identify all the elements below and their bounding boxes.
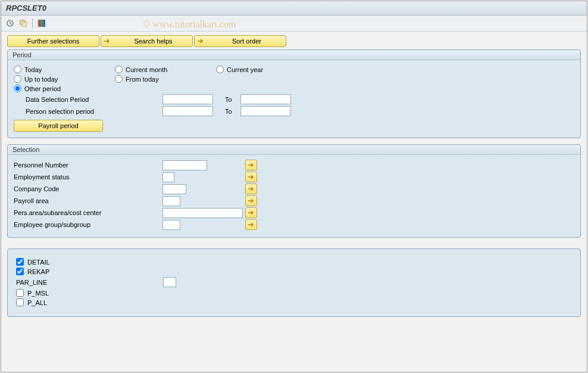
period-panel-title: Period bbox=[8, 50, 580, 60]
payroll-area-label: Payroll area bbox=[14, 197, 162, 204]
svg-rect-3 bbox=[38, 20, 40, 27]
par-line-label: PAR_LINE bbox=[16, 279, 163, 286]
sort-order-button[interactable]: Sort order bbox=[194, 35, 286, 47]
arrow-right-icon bbox=[104, 38, 111, 44]
radio-today-label: Today bbox=[24, 66, 42, 73]
radio-current-month[interactable]: Current month bbox=[115, 66, 216, 73]
svg-rect-5 bbox=[43, 20, 45, 27]
pers-area-input[interactable] bbox=[162, 208, 243, 218]
radio-today[interactable]: Today bbox=[14, 66, 115, 73]
radio-current-year-input[interactable] bbox=[216, 66, 224, 73]
radio-today-input[interactable] bbox=[14, 66, 21, 73]
options-panel-body: DETAIL REKAP PAR_LINE P_MSL P_ALL bbox=[8, 249, 580, 316]
radio-current-month-label: Current month bbox=[126, 66, 167, 73]
radio-from-today-label: From today bbox=[126, 76, 159, 83]
further-selections-button[interactable]: Further selections bbox=[7, 35, 99, 47]
employment-status-input[interactable] bbox=[162, 172, 174, 182]
further-selections-label: Further selections bbox=[8, 38, 99, 45]
selection-panel-body: Personnel Number Employment status Compa… bbox=[8, 155, 580, 237]
pers-area-label: Pers.area/subarea/cost center bbox=[14, 209, 162, 216]
p-all-checkbox-row[interactable]: P_ALL bbox=[16, 299, 574, 306]
radio-current-year-label: Current year bbox=[227, 66, 263, 73]
search-helps-label: Search helps bbox=[114, 38, 192, 45]
personnel-number-label: Personnel Number bbox=[14, 161, 162, 169]
app-toolbar bbox=[1, 15, 587, 32]
payroll-area-multi-button[interactable] bbox=[245, 195, 257, 206]
period-panel-body: Today Current month Current year Up to t… bbox=[8, 60, 580, 138]
content-area: Further selections Search helps Sort ord… bbox=[1, 32, 587, 327]
execute-icon[interactable] bbox=[5, 18, 15, 29]
radio-up-to-today-input[interactable] bbox=[14, 75, 21, 83]
personnel-number-multi-button[interactable] bbox=[245, 160, 257, 170]
selection-panel-title: Selection bbox=[8, 145, 580, 155]
radio-current-year[interactable]: Current year bbox=[216, 66, 317, 73]
p-all-label: P_ALL bbox=[27, 299, 47, 306]
employment-status-label: Employment status bbox=[14, 173, 162, 181]
selection-button-row: Further selections Search helps Sort ord… bbox=[7, 35, 581, 47]
period-panel: Period Today Current month Current year … bbox=[7, 49, 581, 138]
p-msl-checkbox-row[interactable]: P_MSL bbox=[16, 289, 574, 297]
employee-group-label: Employee group/subgroup bbox=[14, 221, 162, 228]
company-code-label: Company Code bbox=[14, 185, 162, 192]
person-selection-from-input[interactable] bbox=[162, 106, 213, 116]
radio-from-today-input[interactable] bbox=[115, 75, 123, 83]
rekap-label: REKAP bbox=[27, 268, 49, 275]
rekap-checkbox-row[interactable]: REKAP bbox=[16, 268, 574, 275]
svg-rect-2 bbox=[22, 22, 26, 26]
selection-panel: Selection Personnel Number Employment st… bbox=[7, 144, 581, 238]
employment-status-multi-button[interactable] bbox=[245, 172, 257, 182]
employee-group-multi-button[interactable] bbox=[245, 219, 257, 230]
rekap-checkbox[interactable] bbox=[16, 268, 24, 275]
company-code-multi-button[interactable] bbox=[245, 184, 257, 194]
radio-current-month-input[interactable] bbox=[115, 66, 123, 73]
color-legend-icon[interactable] bbox=[36, 18, 47, 29]
company-code-input[interactable] bbox=[162, 184, 186, 194]
to-label: To bbox=[225, 96, 232, 103]
app-window: RPCSLET0 Further selections Search helps bbox=[1, 1, 587, 372]
pers-area-multi-button[interactable] bbox=[245, 207, 257, 218]
to-label: To bbox=[225, 108, 232, 115]
person-selection-to-input[interactable] bbox=[240, 106, 291, 116]
data-selection-to-input[interactable] bbox=[240, 94, 291, 104]
person-selection-period-label: Person selection period bbox=[26, 108, 162, 115]
toolbar-separator bbox=[32, 18, 33, 28]
window-title: RPCSLET0 bbox=[6, 4, 46, 13]
par-line-input[interactable] bbox=[163, 277, 176, 287]
sort-order-label: Sort order bbox=[208, 38, 286, 45]
employee-group-input[interactable] bbox=[162, 220, 180, 230]
svg-rect-4 bbox=[40, 20, 43, 27]
personnel-number-input[interactable] bbox=[162, 160, 207, 170]
data-selection-from-input[interactable] bbox=[162, 94, 213, 104]
radio-up-to-today-label: Up to today bbox=[24, 76, 58, 83]
radio-other-period-input[interactable] bbox=[14, 85, 21, 92]
data-selection-period-label: Data Selection Period bbox=[26, 96, 162, 103]
radio-up-to-today[interactable]: Up to today bbox=[14, 75, 115, 83]
detail-checkbox-row[interactable]: DETAIL bbox=[16, 258, 574, 266]
search-helps-button[interactable]: Search helps bbox=[101, 35, 193, 47]
par-line-row: PAR_LINE bbox=[16, 277, 574, 287]
variants-icon[interactable] bbox=[18, 18, 29, 29]
payroll-period-button[interactable]: Payroll period bbox=[14, 120, 103, 132]
p-msl-checkbox[interactable] bbox=[16, 289, 24, 297]
radio-other-period-label: Other period bbox=[24, 85, 61, 92]
options-panel: DETAIL REKAP PAR_LINE P_MSL P_ALL bbox=[7, 248, 581, 317]
detail-label: DETAIL bbox=[27, 259, 50, 266]
p-all-checkbox[interactable] bbox=[16, 299, 24, 306]
payroll-area-input[interactable] bbox=[162, 196, 180, 206]
radio-other-period[interactable]: Other period bbox=[14, 85, 115, 92]
radio-from-today[interactable]: From today bbox=[115, 75, 216, 83]
titlebar: RPCSLET0 bbox=[1, 1, 587, 15]
p-msl-label: P_MSL bbox=[27, 290, 49, 297]
arrow-right-icon bbox=[197, 38, 204, 44]
detail-checkbox[interactable] bbox=[16, 258, 24, 266]
payroll-period-label: Payroll period bbox=[14, 122, 102, 129]
